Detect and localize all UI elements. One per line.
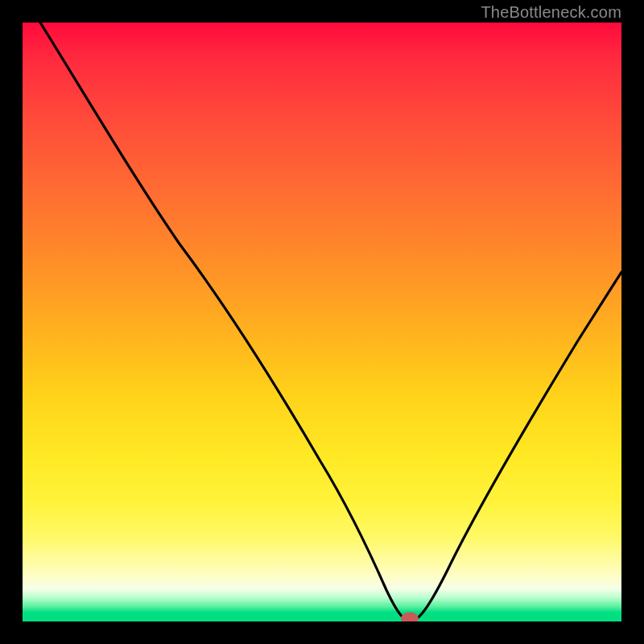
chart-frame: TheBottleneck.com: [0, 0, 644, 644]
plot-gradient-background: [23, 23, 621, 621]
watermark-text: TheBottleneck.com: [481, 3, 621, 22]
